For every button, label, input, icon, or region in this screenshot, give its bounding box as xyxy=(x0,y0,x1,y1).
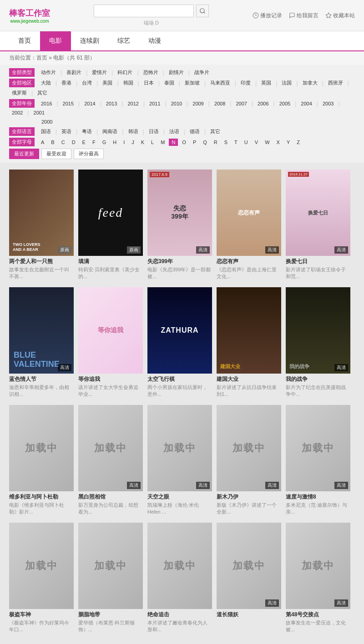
list-item[interactable]: 加载中 高清 天空之眼 凯瑞琳上校（海伦·米伦 Helen ... xyxy=(147,405,212,516)
filter-year-2000[interactable]: 2000 xyxy=(39,118,55,125)
filter-lang-mandarin[interactable]: 国语 xyxy=(38,127,54,136)
filter-region-jp[interactable]: 日本 xyxy=(141,79,157,87)
filter-letter-t[interactable]: T xyxy=(232,139,240,146)
filter-letter-l[interactable]: L xyxy=(148,139,157,146)
filter-year-2001[interactable]: 2001 xyxy=(31,109,47,116)
nav-home[interactable]: 首页 xyxy=(9,31,40,50)
list-item[interactable]: 加载中 高清 速度与激情8 多米尼克（范·迪塞尔饰）与亲... xyxy=(286,405,350,516)
filter-letter-u[interactable]: U xyxy=(242,139,251,146)
filter-region-hk[interactable]: 香港 xyxy=(59,79,74,87)
filter-year-2005[interactable]: 2005 xyxy=(277,100,293,107)
filter-region-thai[interactable]: 泰国 xyxy=(162,79,177,87)
filter-type-comedy[interactable]: 喜剧片 xyxy=(64,68,84,77)
filter-lang-japanese[interactable]: 日语 xyxy=(146,127,162,136)
filter-year-2004[interactable]: 2004 xyxy=(298,100,314,107)
sort-rating[interactable]: 评分最高 xyxy=(74,149,104,159)
filter-letter-o[interactable]: O xyxy=(179,139,189,146)
bookmark-link[interactable]: 收藏本站 xyxy=(325,12,355,20)
search-input[interactable] xyxy=(94,5,194,17)
list-item[interactable]: 加载中 高清 第48号交接点 故事发生在一爱压迫，文化被... xyxy=(286,523,350,634)
filter-letter-f[interactable]: F xyxy=(90,139,98,146)
list-item[interactable]: 加载中 胭脂地带 爱华德（布莱恩·科兰斯顿 饰）... xyxy=(78,523,143,634)
filter-year-2003[interactable]: 2003 xyxy=(320,100,336,107)
filter-lang-korean[interactable]: 韩语 xyxy=(126,127,141,136)
filter-lang-other[interactable]: 其它 xyxy=(207,127,223,136)
filter-year-2009[interactable]: 2009 xyxy=(190,100,206,107)
filter-year-2012[interactable]: 2012 xyxy=(125,100,141,107)
list-item[interactable]: BLUEVALENTINE 高清 蓝色情人节 迪恩和辛蒂相爱多年，由相识相... xyxy=(9,287,74,398)
list-item[interactable]: ZATHURA 太空飞行棋 两个小男孩在家玩玩要时，意外... xyxy=(147,287,212,398)
filter-letter-j[interactable]: J xyxy=(129,139,137,146)
list-item[interactable]: 我的战争 高清 我的战争 影片为了纪念在抗美援朝战争中... xyxy=(286,287,350,398)
filter-region-kr[interactable]: 韩国 xyxy=(121,79,136,87)
filter-letter-h[interactable]: H xyxy=(110,139,119,146)
filter-letter-p[interactable]: P xyxy=(190,139,199,146)
list-item[interactable]: feed 原画 填满 特莉安·贝利索里奥《美少女的... xyxy=(78,170,143,280)
nav-movie[interactable]: 电影 xyxy=(40,31,71,50)
filter-region-mainland[interactable]: 大陆 xyxy=(38,79,54,87)
filter-region-ca[interactable]: 加拿大 xyxy=(300,79,320,87)
filter-region-sg[interactable]: 新加坡 xyxy=(182,79,202,87)
list-item[interactable]: 2014.11.27 换爱七日 高清 换爱七日 影片讲述了职场女王徐令子和范..… xyxy=(286,170,350,280)
filter-letter-w[interactable]: W xyxy=(262,139,272,146)
filter-letter-s[interactable]: S xyxy=(222,139,230,146)
filter-type-action[interactable]: 动作片 xyxy=(38,68,59,77)
sort-latest[interactable]: 最近更新 xyxy=(9,149,39,159)
filter-region-us[interactable]: 美国 xyxy=(100,79,115,87)
filter-letter-e[interactable]: E xyxy=(80,139,88,146)
filter-letter-g[interactable]: G xyxy=(100,139,109,146)
filter-year-2010[interactable]: 2010 xyxy=(168,100,185,107)
list-item[interactable]: 恋恋有声 高清 恋恋有声 《恋恋有声》是由上海仁里文化... xyxy=(217,170,281,280)
filter-lang-french[interactable]: 法语 xyxy=(167,127,182,136)
filter-letter-y[interactable]: Y xyxy=(284,139,293,146)
filter-type-horror[interactable]: 恐怖片 xyxy=(141,68,161,77)
filter-letter-b[interactable]: B xyxy=(48,139,57,146)
nav-variety[interactable]: 综艺 xyxy=(108,31,139,50)
filter-lang-cantonese[interactable]: 粤语 xyxy=(79,127,95,136)
filter-year-2007[interactable]: 2007 xyxy=(233,100,249,107)
list-item[interactable]: 等你追我 等你追我 该片讲述了女大学生奋勇追毕业... xyxy=(78,287,143,398)
filter-type-drama[interactable]: 剧情片 xyxy=(166,68,187,77)
filter-letter-z[interactable]: Z xyxy=(294,139,303,146)
filter-letter-v[interactable]: V xyxy=(252,139,261,146)
filter-year-2008[interactable]: 2008 xyxy=(212,100,228,107)
filter-region-ru[interactable]: 俄罗斯 xyxy=(9,89,30,97)
list-item[interactable]: 建国大业 建国大业 影片讲述了从抗日战争结束到1... xyxy=(217,287,281,398)
filter-region-fr[interactable]: 法国 xyxy=(279,79,294,87)
list-item[interactable]: 加载中 绝命追击 本片讲述了嫩妆青春化为人形和... xyxy=(147,523,212,634)
list-item[interactable]: 加载中 高清 黑白照相馆 影万里身为公司总裁，却想着为... xyxy=(78,405,143,516)
filter-lang-german[interactable]: 德语 xyxy=(187,127,202,136)
filter-type-war[interactable]: 战争片 xyxy=(192,68,212,77)
list-item[interactable]: TWO LOVERSAND A BEAR 原画 两个爱人和一只熊 故事发生在北极… xyxy=(9,170,74,280)
list-item[interactable]: 加载中 高清 道长猫妖 xyxy=(217,523,281,634)
filter-year-2006[interactable]: 2006 xyxy=(255,100,271,107)
filter-letter-x[interactable]: X xyxy=(274,139,283,146)
filter-year-2011[interactable]: 2011 xyxy=(147,100,163,107)
nav-drama[interactable]: 连续剧 xyxy=(71,31,108,50)
filter-year-2015[interactable]: 2015 xyxy=(60,100,76,107)
filter-type-scifi[interactable]: 科幻片 xyxy=(115,68,135,77)
sort-popular[interactable]: 最受欢迎 xyxy=(41,149,71,159)
filter-region-uk[interactable]: 英国 xyxy=(258,79,274,87)
nav-anime[interactable]: 动漫 xyxy=(139,31,170,50)
list-item[interactable]: 2017.6.9 失恋399年 高清 失恋399年 电影《失恋399年》是一部都… xyxy=(147,170,212,280)
filter-region-my[interactable]: 马来西亚 xyxy=(207,79,233,87)
filter-letter-k[interactable]: K xyxy=(138,139,147,146)
filter-region-in[interactable]: 印度 xyxy=(238,79,253,87)
filter-letter-d[interactable]: D xyxy=(69,139,78,146)
filter-lang-hokkien[interactable]: 闽南语 xyxy=(100,127,120,136)
filter-year-2016[interactable]: 2016 xyxy=(38,100,55,107)
list-item[interactable]: 加载中 极盗车神 《极盗车神》作为好莱坞今年口... xyxy=(9,523,74,634)
playback-record-link[interactable]: 播放记录 xyxy=(253,12,282,20)
leave-message-link[interactable]: 给我留言 xyxy=(289,12,318,20)
filter-letter-a[interactable]: A xyxy=(38,139,47,146)
list-item[interactable]: 加载中 高清 新木乃伊 新版《木乃伊》讲述了一个全新... xyxy=(217,405,281,516)
filter-year-2013[interactable]: 2013 xyxy=(103,100,120,107)
filter-lang-english[interactable]: 英语 xyxy=(59,127,74,136)
filter-year-2014[interactable]: 2014 xyxy=(81,100,98,107)
filter-letter-q[interactable]: Q xyxy=(200,139,210,146)
list-item[interactable]: 加载中 高清 维多利亚与阿卜杜勒 电影《维多利亚与阿卜杜勒》影片... xyxy=(9,405,74,516)
filter-letter-m[interactable]: M xyxy=(158,139,167,146)
filter-letter-n[interactable]: N xyxy=(169,139,178,146)
filter-region-other[interactable]: 其它 xyxy=(35,89,50,97)
